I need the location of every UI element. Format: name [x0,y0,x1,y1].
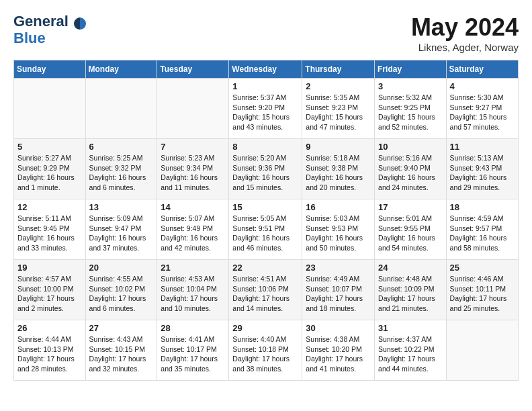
day-number: 26 [17,323,82,333]
calendar-cell: 14Sunrise: 5:07 AM Sunset: 9:49 PM Dayli… [157,199,229,260]
day-info: Sunrise: 4:48 AM Sunset: 10:09 PM Daylig… [378,274,443,314]
calendar-cell: 16Sunrise: 5:03 AM Sunset: 9:53 PM Dayli… [302,199,375,260]
calendar-cell: 30Sunrise: 4:38 AM Sunset: 10:20 PM Dayl… [302,320,375,381]
day-number: 25 [450,263,515,273]
calendar-cell: 22Sunrise: 4:51 AM Sunset: 10:06 PM Dayl… [229,260,302,320]
day-number: 10 [378,142,443,152]
calendar-cell: 11Sunrise: 5:13 AM Sunset: 9:43 PM Dayli… [446,139,518,199]
day-info: Sunrise: 5:09 AM Sunset: 9:47 PM Dayligh… [89,214,154,253]
calendar-week-row: 1Sunrise: 5:37 AM Sunset: 9:20 PM Daylig… [14,79,519,139]
calendar-cell: 8Sunrise: 5:20 AM Sunset: 9:36 PM Daylig… [229,139,302,199]
day-info: Sunrise: 4:44 AM Sunset: 10:13 PM Daylig… [17,334,82,374]
day-info: Sunrise: 5:25 AM Sunset: 9:32 PM Dayligh… [89,153,154,193]
day-info: Sunrise: 4:57 AM Sunset: 10:00 PM Daylig… [17,274,82,314]
day-number: 8 [232,142,298,152]
calendar-week-row: 19Sunrise: 4:57 AM Sunset: 10:00 PM Dayl… [14,260,519,320]
day-info: Sunrise: 4:43 AM Sunset: 10:15 PM Daylig… [89,334,154,374]
calendar-cell [14,79,86,139]
day-number: 1 [232,81,298,91]
day-info: Sunrise: 5:27 AM Sunset: 9:29 PM Dayligh… [17,153,82,193]
location: Liknes, Agder, Norway [411,42,519,53]
day-number: 22 [232,263,298,273]
day-number: 4 [450,81,515,91]
day-info: Sunrise: 4:46 AM Sunset: 10:11 PM Daylig… [450,274,515,314]
day-info: Sunrise: 4:37 AM Sunset: 10:22 PM Daylig… [378,334,443,374]
calendar-cell: 18Sunrise: 4:59 AM Sunset: 9:57 PM Dayli… [446,199,518,260]
calendar-cell: 17Sunrise: 5:01 AM Sunset: 9:55 PM Dayli… [375,199,447,260]
day-info: Sunrise: 4:51 AM Sunset: 10:06 PM Daylig… [232,274,298,314]
calendar-cell: 28Sunrise: 4:41 AM Sunset: 10:17 PM Dayl… [157,320,229,381]
day-info: Sunrise: 4:55 AM Sunset: 10:02 PM Daylig… [89,274,154,314]
day-number: 12 [17,202,82,212]
day-info: Sunrise: 5:18 AM Sunset: 9:38 PM Dayligh… [306,153,371,193]
weekday-header: Tuesday [157,60,229,79]
calendar-cell: 25Sunrise: 4:46 AM Sunset: 10:11 PM Dayl… [446,260,518,320]
calendar-cell: 12Sunrise: 5:11 AM Sunset: 9:45 PM Dayli… [14,199,86,260]
calendar-cell [157,79,229,139]
day-info: Sunrise: 5:11 AM Sunset: 9:45 PM Dayligh… [17,214,82,253]
day-number: 11 [450,142,515,152]
day-number: 9 [306,142,371,152]
calendar-cell: 24Sunrise: 4:48 AM Sunset: 10:09 PM Dayl… [375,260,447,320]
calendar-cell: 10Sunrise: 5:16 AM Sunset: 9:40 PM Dayli… [375,139,447,199]
calendar-cell: 19Sunrise: 4:57 AM Sunset: 10:00 PM Dayl… [14,260,86,320]
logo: General Blue [13,13,87,47]
day-number: 14 [161,202,225,212]
day-number: 7 [161,142,225,152]
page-header: General Blue May 2024 Liknes, Agder, Nor… [13,13,519,53]
day-info: Sunrise: 5:13 AM Sunset: 9:43 PM Dayligh… [450,153,515,193]
day-info: Sunrise: 5:23 AM Sunset: 9:34 PM Dayligh… [161,153,225,193]
weekday-header: Saturday [446,60,518,79]
calendar-cell: 21Sunrise: 4:53 AM Sunset: 10:04 PM Dayl… [157,260,229,320]
day-info: Sunrise: 5:30 AM Sunset: 9:27 PM Dayligh… [450,93,515,132]
day-info: Sunrise: 5:01 AM Sunset: 9:55 PM Dayligh… [378,214,443,253]
calendar-cell: 27Sunrise: 4:43 AM Sunset: 10:15 PM Dayl… [85,320,157,381]
month-title: May 2024 [411,13,519,42]
day-number: 13 [89,202,154,212]
calendar-cell: 4Sunrise: 5:30 AM Sunset: 9:27 PM Daylig… [446,79,518,139]
calendar-cell: 20Sunrise: 4:55 AM Sunset: 10:02 PM Dayl… [85,260,157,320]
day-info: Sunrise: 5:07 AM Sunset: 9:49 PM Dayligh… [161,214,225,253]
day-number: 23 [306,263,371,273]
day-number: 31 [378,323,443,333]
day-number: 29 [232,323,298,333]
day-number: 27 [89,323,154,333]
day-info: Sunrise: 5:05 AM Sunset: 9:51 PM Dayligh… [232,214,298,253]
calendar-cell: 9Sunrise: 5:18 AM Sunset: 9:38 PM Daylig… [302,139,375,199]
day-info: Sunrise: 5:35 AM Sunset: 9:23 PM Dayligh… [306,93,371,132]
day-number: 15 [232,202,298,212]
day-number: 30 [306,323,371,333]
weekday-header: Sunday [14,60,86,79]
day-number: 17 [378,202,443,212]
calendar-cell: 31Sunrise: 4:37 AM Sunset: 10:22 PM Dayl… [375,320,447,381]
calendar-cell: 15Sunrise: 5:05 AM Sunset: 9:51 PM Dayli… [229,199,302,260]
day-info: Sunrise: 4:41 AM Sunset: 10:17 PM Daylig… [161,334,225,374]
weekday-header: Monday [85,60,157,79]
day-number: 20 [89,263,154,273]
calendar-cell: 5Sunrise: 5:27 AM Sunset: 9:29 PM Daylig… [14,139,86,199]
weekday-header: Thursday [302,60,375,79]
day-info: Sunrise: 4:38 AM Sunset: 10:20 PM Daylig… [306,334,371,374]
day-info: Sunrise: 4:59 AM Sunset: 9:57 PM Dayligh… [450,214,515,253]
day-number: 21 [161,263,225,273]
calendar-header: SundayMondayTuesdayWednesdayThursdayFrid… [14,60,519,79]
day-number: 5 [17,142,82,152]
day-info: Sunrise: 4:40 AM Sunset: 10:18 PM Daylig… [232,334,298,374]
calendar-table: SundayMondayTuesdayWednesdayThursdayFrid… [13,60,519,381]
calendar-cell [85,79,157,139]
day-number: 24 [378,263,443,273]
day-number: 6 [89,142,154,152]
day-number: 19 [17,263,82,273]
calendar-week-row: 5Sunrise: 5:27 AM Sunset: 9:29 PM Daylig… [14,139,519,199]
weekday-header: Wednesday [229,60,302,79]
title-block: May 2024 Liknes, Agder, Norway [411,13,519,53]
day-info: Sunrise: 5:20 AM Sunset: 9:36 PM Dayligh… [232,153,298,193]
calendar-cell: 7Sunrise: 5:23 AM Sunset: 9:34 PM Daylig… [157,139,229,199]
header-row: SundayMondayTuesdayWednesdayThursdayFrid… [14,60,519,79]
logo-text: General Blue [13,13,87,47]
calendar-cell: 26Sunrise: 4:44 AM Sunset: 10:13 PM Dayl… [14,320,86,381]
calendar-cell: 2Sunrise: 5:35 AM Sunset: 9:23 PM Daylig… [302,79,375,139]
logo-icon [73,16,87,31]
calendar-cell [446,320,518,381]
day-number: 18 [450,202,515,212]
